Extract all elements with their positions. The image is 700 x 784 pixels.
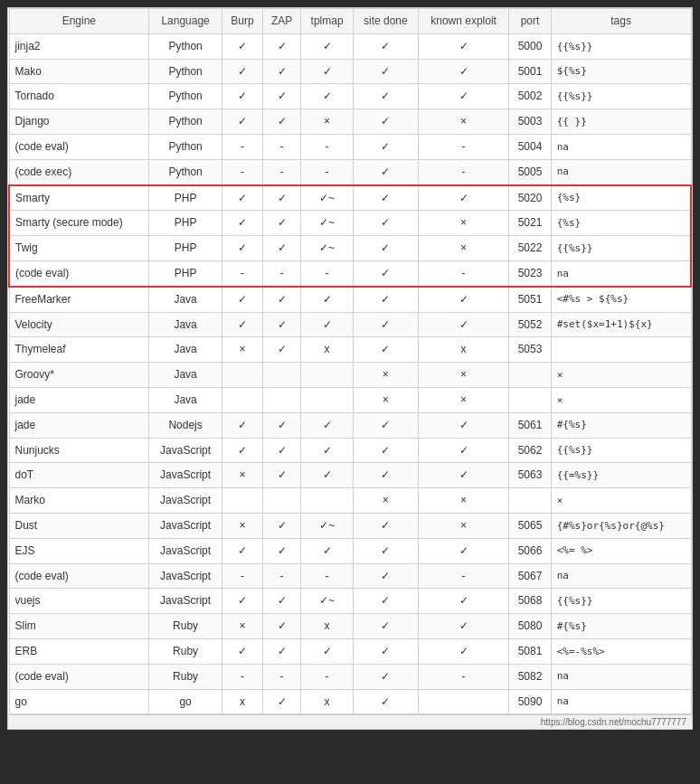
table-row: vuejsJavaScript✓✓✓~✓✓5068{{%s}} [9, 589, 691, 614]
col-known-exploit: known exploit [418, 9, 508, 34]
col-port: port [509, 9, 551, 34]
table-row: jadeJava××× [9, 387, 691, 412]
table-row: SmartyPHP✓✓✓~✓✓5020{%s} [9, 185, 691, 211]
col-tags: tags [551, 9, 691, 34]
table-row: ERBRuby✓✓✓✓✓5081<%=-%s%> [9, 638, 691, 664]
table-body: jinja2Python✓✓✓✓✓5000{{%s}}MakoPython✓✓✓… [9, 33, 691, 714]
table-row: (code eval)Python---✓-5004na [9, 134, 691, 159]
table-row: SlimRuby×✓x✓✓5080#{%s} [9, 614, 691, 639]
col-burp: Burp [222, 9, 262, 34]
col-tplmap: tplmap [301, 9, 353, 34]
table-row: ThymeleafJava×✓x✓x5053 [9, 337, 691, 363]
col-site-done: site done [353, 9, 418, 34]
url-bar: https://blog.csdn.net/mochu7777777 [8, 714, 692, 729]
table-row: TwigPHP✓✓✓~✓×5022{{%s}} [9, 236, 691, 261]
table-row: (code eval)Ruby---✓-5082na [9, 664, 691, 689]
table-row: (code eval)PHP---✓-5023na [9, 260, 691, 286]
comparison-table: Engine Language Burp ZAP tplmap site don… [8, 8, 692, 714]
table-row: MarkoJavaScript××× [9, 488, 691, 514]
table-row: Groovy*Java××× [9, 363, 691, 388]
table-row: VelocityJava✓✓✓✓✓5052#set($x=1+1)${x} [9, 312, 691, 337]
table-row: (code exec)Python---✓-5005na [9, 159, 691, 184]
table-row: NunjucksJavaScript✓✓✓✓✓5062{{%s}} [9, 438, 691, 463]
table-row: jadeNodejs✓✓✓✓✓5061#{%s} [9, 412, 691, 438]
table-row: MakoPython✓✓✓✓✓5001${%s} [9, 59, 691, 84]
table-row: Smarty (secure mode)PHP✓✓✓~✓×5021{%s} [9, 211, 691, 236]
table-row: EJSJavaScript✓✓✓✓✓5066<%= %> [9, 538, 691, 563]
table-row: DustJavaScript×✓✓~✓×5065{#%s}or{%s}or{@%… [9, 513, 691, 538]
col-zap: ZAP [262, 9, 301, 34]
col-language: Language [149, 9, 222, 34]
table-row: jinja2Python✓✓✓✓✓5000{{%s}} [9, 33, 691, 59]
header-row: Engine Language Burp ZAP tplmap site don… [9, 9, 691, 34]
table-row: (code eval)JavaScript---✓-5067na [9, 563, 691, 589]
table-row: TornadoPython✓✓✓✓✓5002{{%s}} [9, 84, 691, 109]
table-row: DjangoPython✓✓×✓×5003{{ }} [9, 109, 691, 135]
table-row: FreeMarkerJava✓✓✓✓✓5051<#%s > ${%s} [9, 287, 691, 312]
table-row: doTJavaScript×✓✓✓✓5063{{=%s}} [9, 463, 691, 488]
col-engine: Engine [9, 9, 149, 34]
table-row: gogox✓x✓5090na [9, 689, 691, 714]
main-container: Engine Language Burp ZAP tplmap site don… [7, 7, 693, 730]
